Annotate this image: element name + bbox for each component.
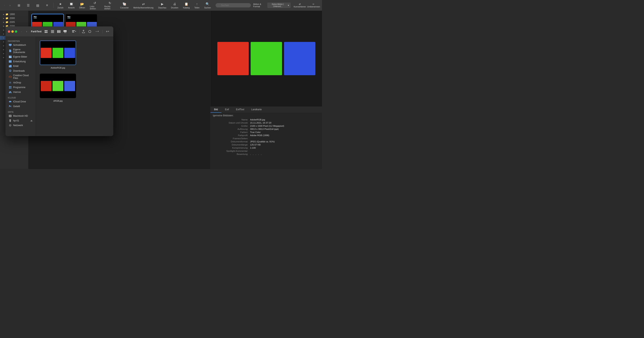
sidebar-item-icloud-drive[interactable]: iCloud Drive xyxy=(6,99,35,104)
sidebar-item-downloads[interactable]: Downloads xyxy=(6,68,35,73)
search-input[interactable] xyxy=(216,3,251,7)
bg-mehrfach-btn[interactable]: ⇄ Mehrfachkonvertierung xyxy=(132,1,155,9)
finder-search-btn[interactable] xyxy=(112,29,113,34)
chevron-right-icon-8: ▶ xyxy=(3,41,4,43)
finder-file-item-srgb[interactable]: sRGB.jpg xyxy=(40,74,76,102)
chevron-right-icon-12: ▶ xyxy=(3,57,4,58)
bg-view-btn-4[interactable]: ≡ xyxy=(43,2,51,8)
sidebar-item-macintosh-hd[interactable]: Macintosh HD xyxy=(6,114,35,118)
bg-sidebar-item-2000[interactable]: ▶ 📁 2000 xyxy=(0,16,28,20)
sidebar-item-programme[interactable]: Programme xyxy=(6,85,35,90)
finder-more-btn[interactable]: ··· ▼ xyxy=(93,29,101,34)
finder-icon-view-btn[interactable] xyxy=(44,29,49,34)
open-icon: 📂 xyxy=(80,2,84,6)
close-button[interactable] xyxy=(8,30,10,33)
finder-gallery-view-btn[interactable] xyxy=(62,29,68,34)
details-icon: ≡ xyxy=(45,3,50,7)
info-val-colorprofile: Adobe RGB (1998) xyxy=(248,134,320,136)
tab-bild[interactable]: Bild xyxy=(210,106,222,113)
sidebar-item-eigene-bilder[interactable]: Eigene Bilder xyxy=(6,54,35,59)
info-key-format: Dokumentformat: xyxy=(213,140,248,143)
print-icon: 🖨 xyxy=(172,2,177,6)
rename-icon: ✏ xyxy=(312,3,314,5)
sidebar-item-entwicklung[interactable]: Entwicklung xyxy=(6,59,35,64)
preview-blue-bar xyxy=(284,42,315,75)
info-key-compression: Komprimierung: xyxy=(213,147,248,149)
multiconvert-icon: ⇄ xyxy=(141,2,146,6)
eject-icon[interactable]: ⏏ xyxy=(30,119,32,122)
finder-tag-btn[interactable] xyxy=(87,29,92,34)
sidebar-label-creative-cloud: Creative Cloud Files xyxy=(13,74,32,79)
finder-list-view-btn[interactable] xyxy=(50,29,55,34)
group-icon xyxy=(72,30,75,33)
bg-toolbar: ‹ › ⊞ ☰ ▤ ≡ ★ Zurück 🔲 Ansicht 📂 Öffnen xyxy=(0,0,322,11)
bg-diaschau-btn[interactable]: ▶ Diaschau xyxy=(156,1,168,9)
info-val-frames xyxy=(248,137,320,140)
finder-forward-button[interactable]: › xyxy=(24,29,29,34)
bg-rechts-drehen-btn[interactable]: ↻ Rechts drehen xyxy=(103,0,117,10)
bg-view-btn-1[interactable]: ⊞ xyxy=(15,2,23,8)
bg-forward-button[interactable]: › xyxy=(8,3,12,8)
finder-group-btn[interactable]: ▼ xyxy=(70,29,78,34)
sidebar-item-creative-cloud[interactable]: Creative Cloud Files xyxy=(6,73,35,80)
bg-view-btn-2[interactable]: ☰ xyxy=(24,2,32,8)
sidebar-item-hp-01[interactable]: hp-01 ⏏ xyxy=(6,118,35,123)
bg-katalog-btn[interactable]: 📋 Katalog xyxy=(182,1,191,9)
sidebar-item-schreibtisch[interactable]: Schreibtisch xyxy=(6,43,35,47)
finder-column-view-btn[interactable] xyxy=(56,29,62,34)
rename-button[interactable]: ✏ Umbenennen xyxy=(307,3,320,8)
bg-suchen-btn[interactable]: 🔍 Suchen xyxy=(203,1,212,9)
bg-sidebar-item-1900[interactable]: ▶ 📁 1900 xyxy=(0,12,28,16)
info-key-rating: Bewertung: xyxy=(213,153,248,156)
fg-green-bar-adobe xyxy=(52,48,63,58)
bg-view-btn-3[interactable]: ▤ xyxy=(34,2,42,8)
bg-rating-btn[interactable]: ★ Zurück xyxy=(56,1,65,9)
bg-back-button[interactable]: ‹ xyxy=(2,3,7,8)
tab-exif[interactable]: Exif xyxy=(222,106,232,113)
maximize-button[interactable] xyxy=(15,30,17,33)
bg-teilen-btn[interactable]: ↑ Teilen xyxy=(193,1,201,9)
sidebar-item-airdrop[interactable]: AirDrop xyxy=(6,80,35,85)
finder-new-btn[interactable]: + ▼ xyxy=(104,29,112,34)
sidebar-item-marcus[interactable]: marcus xyxy=(6,90,35,94)
finder-back-button[interactable]: ‹ xyxy=(19,29,24,34)
sidebar-label-entwicklung: Entwicklung xyxy=(13,60,26,63)
chevron-right-icon-11: ▶ xyxy=(3,53,4,54)
sidebar-item-raw[interactable]: RAW xyxy=(6,64,35,68)
icon-view-icon xyxy=(45,30,48,33)
bg-ansicht-btn[interactable]: 🔲 Ansicht xyxy=(66,1,76,9)
info-val-format: JPEG (Qualität ca. 91%) xyxy=(248,140,320,143)
info-row-size: Größe: 2100 x 1500 Pixel (3,2 Megapixel) xyxy=(210,124,322,127)
svg-rect-9 xyxy=(58,30,59,33)
finder-share-btn[interactable] xyxy=(81,29,86,34)
bg-drucken-btn[interactable]: 🖨 Drucken xyxy=(170,1,180,9)
desktop-icon xyxy=(8,43,12,47)
sidebar-item-geteilt[interactable]: Geteilt xyxy=(6,104,35,109)
sidebar-item-netzwerk[interactable]: Netzwerk xyxy=(6,123,35,128)
bg-sidebar-item-2005[interactable]: ▶ 📁 2005 xyxy=(0,20,28,24)
info-val-name: AdobeRGB.jpg xyxy=(248,118,320,121)
diaschau-label: Diaschau xyxy=(158,7,166,9)
bg-cocooner-btn[interactable]: 🐚 Cocooner xyxy=(118,1,130,9)
convert-button[interactable]: ⇄ Konvertieren xyxy=(294,3,306,8)
info-val-datetime: 15.11.2021, 16:37:20 xyxy=(248,122,320,124)
list-icon: ☰ xyxy=(26,3,30,7)
filmstrip-icon: ▤ xyxy=(35,3,40,7)
sidebar-item-eigene-dokumente[interactable]: Eigene Dokumente xyxy=(6,47,35,54)
bg-oeffnen-btn[interactable]: 📂 Öffnen xyxy=(78,1,86,9)
drucken-label: Drucken xyxy=(171,7,178,9)
bg-links-drehen-btn[interactable]: ↺ Links drehen xyxy=(88,0,101,10)
column-view-icon xyxy=(57,30,60,33)
bg-info-tabs: Bild Exif ExifTool Landkarte xyxy=(210,106,322,113)
tab-landkarte[interactable]: Landkarte xyxy=(248,106,265,113)
group-dropdown-icon: ▼ xyxy=(75,30,76,32)
action-format-dropdown[interactable]: Keine Aktion | Unterord... ▼ xyxy=(267,2,290,8)
finder-file-item-adobe[interactable]: AdobeRGB.jpg xyxy=(40,40,76,69)
oeffnen-label: Öffnen xyxy=(79,7,85,9)
sidebar-label-netzwerk: Netzwerk xyxy=(13,124,23,127)
tab-exiftool[interactable]: ExifTool xyxy=(232,106,248,113)
info-row-compression: Komprimierung: 1:100 xyxy=(210,146,322,149)
info-key-colorprofile: Farbprofil: xyxy=(213,134,248,136)
toolbar-divider-fg-1 xyxy=(69,30,69,33)
minimize-button[interactable] xyxy=(11,30,14,33)
